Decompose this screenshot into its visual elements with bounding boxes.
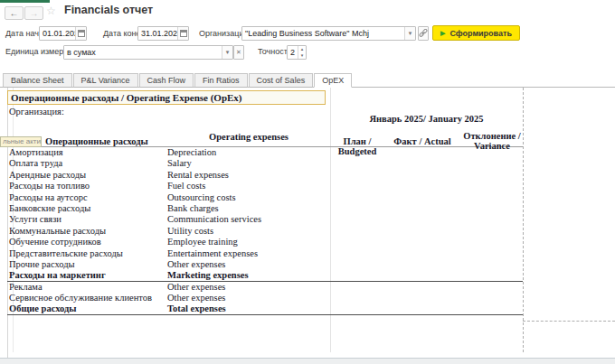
- row-label-ru: Расходы на топливо: [9, 181, 90, 191]
- column-header-en-group: Operating expenses: [167, 132, 330, 142]
- report-tab-bar: Balance SheetP&L VarianceCash FlowFin Ra…: [0, 72, 615, 88]
- table-row[interactable]: Общие расходыTotal expenses: [7, 303, 523, 314]
- chevron-down-icon: ▾: [409, 30, 412, 37]
- row-label-en: Entertainment expenses: [167, 248, 258, 259]
- row-label-ru: Реклама: [9, 282, 43, 293]
- unit-value[interactable]: в сумах: [64, 46, 222, 59]
- favorite-star-icon[interactable]: ☆: [46, 5, 56, 17]
- row-label-en: Total expenses: [167, 303, 226, 314]
- period-header: Январь 2025/ January 2025: [330, 114, 523, 124]
- column-header-ru-group: Операционные расходы: [45, 136, 148, 146]
- spinner-up-icon: ▴: [298, 46, 306, 52]
- row-label-en: Communication services: [167, 214, 261, 225]
- spinner-down-icon: ▾: [298, 52, 306, 59]
- organization-value[interactable]: "Leading Business Software" Mchj: [242, 27, 404, 40]
- unit-dropdown-button[interactable]: ▾: [222, 46, 232, 59]
- table-row[interactable]: Обучение сотрудниковEmployee training: [7, 237, 523, 247]
- chevron-down-icon: ▾: [226, 49, 230, 56]
- page-title: Financials отчет: [64, 4, 153, 16]
- table-row[interactable]: Расходы на топливоFuel costs: [7, 181, 523, 191]
- expense-rows: АмортизацияDepreciationОплата трудаSalar…: [7, 147, 523, 315]
- row-label-en: Other expenses: [167, 293, 225, 303]
- window-bottom-strip: [0, 359, 615, 364]
- date-end-value[interactable]: 31.01.2025: [138, 27, 177, 40]
- row-label-ru: Сервисное обслуживание клиентов: [9, 293, 152, 303]
- row-label-en: Fuel costs: [167, 181, 205, 191]
- cell-tooltip: льные активы: [0, 136, 42, 147]
- table-row[interactable]: Расходы на аутсорсOutsourcing costs: [7, 192, 523, 203]
- tab-opex[interactable]: OpEX: [314, 73, 352, 88]
- link-icon: [419, 29, 428, 38]
- row-label-ru: Общие расходы: [9, 303, 77, 314]
- row-label-en: Bank charges: [167, 203, 219, 214]
- calendar-icon: [180, 30, 187, 37]
- column-header-actual: Факт / Actual: [389, 136, 456, 146]
- organization-input[interactable]: "Leading Business Software" Mchj ▾: [241, 26, 416, 41]
- table-row[interactable]: Арендные расходыRental expenses: [7, 170, 523, 181]
- row-label-en: Other expenses: [167, 259, 225, 270]
- financials-report-window: ← → ☆ Financials отчет Дата начало: 01.0…: [0, 0, 615, 364]
- row-label-ru: Обучение сотрудников: [9, 237, 101, 247]
- tab-balance-sheet[interactable]: Balance Sheet: [3, 73, 72, 88]
- back-button[interactable]: ←: [5, 6, 24, 20]
- table-row[interactable]: Представительские расходыEntertainment e…: [7, 248, 523, 259]
- row-label-ru: Прочие расходы: [9, 259, 75, 270]
- row-label-ru: Расходы на аутсорс: [9, 192, 88, 203]
- table-row[interactable]: Оплата трудаSalary: [7, 158, 523, 169]
- precision-value[interactable]: 2: [288, 46, 298, 59]
- play-icon: ▶: [440, 30, 445, 37]
- date-end-input[interactable]: 31.01.2025: [137, 26, 189, 41]
- date-end-calendar-button[interactable]: [177, 27, 188, 40]
- table-row[interactable]: РекламаOther expenses: [7, 282, 523, 293]
- row-label-en: Outsourcing costs: [167, 192, 236, 203]
- organization-link-button[interactable]: [418, 26, 429, 41]
- row-label-ru: Расходы на маркетинг: [9, 270, 106, 281]
- tab-cash-flow[interactable]: Cash Flow: [139, 73, 194, 88]
- table-row[interactable]: Коммунальные расходыUtility costs: [7, 226, 523, 237]
- date-start-value[interactable]: 01.01.2025: [40, 27, 75, 40]
- row-label-ru: Оплата труда: [9, 158, 62, 169]
- table-row[interactable]: Расходы на маркетингMarketing expenses: [7, 270, 523, 281]
- precision-spinner[interactable]: ▴ ▾: [298, 46, 306, 59]
- row-label-en: Marketing expenses: [167, 270, 249, 281]
- table-row[interactable]: Сервисное обслуживание клиентовOther exp…: [7, 293, 523, 303]
- row-label-ru: Арендные расходы: [9, 170, 86, 181]
- table-row[interactable]: Прочие расходыOther expenses: [7, 259, 523, 270]
- row-label-ru: Коммунальные расходы: [9, 226, 106, 237]
- page-break-horizontal-line: [523, 321, 615, 322]
- forward-button[interactable]: →: [24, 6, 43, 20]
- row-label-en: Other expenses: [167, 282, 225, 293]
- date-start-input[interactable]: 01.01.2025: [39, 26, 87, 41]
- generate-report-button[interactable]: ▶ Сформировать: [432, 25, 520, 41]
- row-label-ru: Представительские расходы: [9, 248, 123, 259]
- row-label-en: Rental expenses: [167, 170, 229, 181]
- table-row[interactable]: Банковские расходыBank charges: [7, 203, 523, 214]
- calendar-icon: [78, 30, 85, 37]
- report-title-cell[interactable]: Операционные расходы / Operating Expense…: [7, 90, 326, 105]
- tab-fin-ratios[interactable]: Fin Ratios: [194, 73, 248, 88]
- row-label-ru: Амортизация: [9, 147, 63, 158]
- tab-p-l-variance[interactable]: P&L Variance: [73, 73, 138, 88]
- report-organization-label: Организация:: [9, 107, 64, 117]
- back-icon: ←: [10, 8, 19, 18]
- organization-dropdown-button[interactable]: ▾: [404, 27, 415, 40]
- row-label-ru: Банковские расходы: [9, 203, 90, 214]
- unit-clear-button[interactable]: ✕: [233, 45, 244, 60]
- tab-cost-of-sales[interactable]: Cost of Sales: [249, 73, 314, 88]
- date-start-calendar-button[interactable]: [75, 27, 86, 40]
- precision-input[interactable]: 2 ▴ ▾: [287, 45, 307, 60]
- table-row[interactable]: АмортизацияDepreciation: [7, 147, 523, 158]
- table-row[interactable]: Услуги связиCommunication services: [7, 214, 523, 225]
- row-label-en: Utility costs: [167, 226, 213, 237]
- forward-icon: →: [30, 8, 39, 18]
- clear-icon: ✕: [236, 49, 241, 56]
- unit-select[interactable]: в сумах ▾: [63, 45, 233, 60]
- row-label-en: Depreciation: [167, 147, 216, 158]
- row-label-en: Salary: [167, 158, 192, 169]
- top-accent-strip: [0, 0, 50, 3]
- generate-button-label: Сформировать: [449, 29, 512, 38]
- page-break-vertical-line: [523, 88, 524, 352]
- row-label-ru: Услуги связи: [9, 214, 62, 225]
- row-label-en: Employee training: [167, 237, 238, 247]
